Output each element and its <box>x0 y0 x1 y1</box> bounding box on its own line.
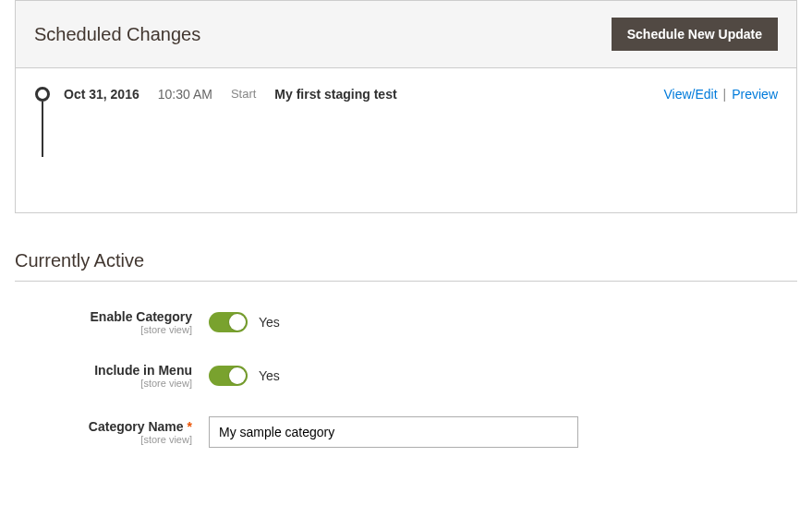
category-name-label: Category Name* <box>15 419 192 434</box>
enable-category-label-col: Enable Category [store view] <box>15 309 209 335</box>
enable-category-row: Enable Category [store view] Yes <box>15 309 797 335</box>
view-edit-link[interactable]: View/Edit <box>663 87 717 102</box>
currently-active-title: Currently Active <box>15 250 797 271</box>
include-in-menu-scope: [store view] <box>15 378 192 389</box>
include-in-menu-toggle[interactable] <box>209 366 248 386</box>
category-name-label-col: Category Name* [store view] <box>15 419 209 445</box>
enable-category-label: Enable Category <box>15 309 192 324</box>
scheduled-change-time: 10:30 AM <box>158 87 212 102</box>
scheduled-change-row: Oct 31, 2016 10:30 AM Start My first sta… <box>34 87 778 157</box>
include-in-menu-label: Include in Menu <box>15 363 192 378</box>
action-separator: | <box>723 87 727 102</box>
preview-link[interactable]: Preview <box>732 87 778 102</box>
schedule-new-update-button[interactable]: Schedule New Update <box>612 18 778 51</box>
include-in-menu-field: Yes <box>209 366 280 386</box>
scheduled-change-type: Start <box>231 87 256 102</box>
include-in-menu-row: Include in Menu [store view] Yes <box>15 363 797 389</box>
scheduled-change-info: Oct 31, 2016 10:30 AM Start My first sta… <box>64 87 778 102</box>
scheduled-change-actions: View/Edit | Preview <box>663 87 778 102</box>
enable-category-scope: [store view] <box>15 324 192 335</box>
category-name-scope: [store view] <box>15 434 192 445</box>
category-name-row: Category Name* [store view] <box>15 416 797 448</box>
enable-category-field: Yes <box>209 312 280 332</box>
enable-category-toggle[interactable] <box>209 312 248 332</box>
scheduled-change-name: My first staging test <box>274 87 396 102</box>
category-name-field <box>209 416 578 448</box>
enable-category-value: Yes <box>259 315 280 330</box>
scheduled-changes-header: Scheduled Changes Schedule New Update <box>16 1 796 68</box>
timeline-marker-icon <box>34 87 51 157</box>
include-in-menu-label-col: Include in Menu [store view] <box>15 363 209 389</box>
category-name-input[interactable] <box>209 416 578 448</box>
scheduled-changes-title: Scheduled Changes <box>34 24 200 45</box>
include-in-menu-value: Yes <box>259 368 280 383</box>
section-divider <box>15 281 797 282</box>
scheduled-change-date: Oct 31, 2016 <box>64 87 139 102</box>
required-asterisk-icon: * <box>188 419 192 434</box>
scheduled-changes-panel: Scheduled Changes Schedule New Update Oc… <box>15 0 797 213</box>
scheduled-changes-body: Oct 31, 2016 10:30 AM Start My first sta… <box>16 68 796 212</box>
